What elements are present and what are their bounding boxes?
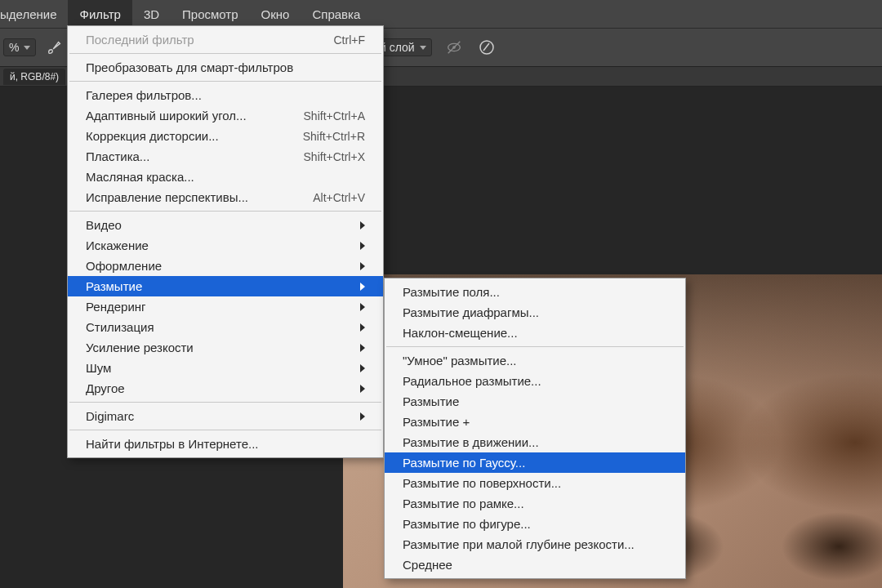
menu-item-oil-paint[interactable]: Масляная краска...	[68, 167, 383, 187]
chevron-right-icon	[360, 262, 365, 270]
menu-window[interactable]: Окно	[250, 0, 301, 28]
pressure-icon[interactable]	[476, 37, 497, 58]
menu-item-filter-gallery[interactable]: Галерея фильтров...	[68, 85, 383, 105]
menu-item-pixelate[interactable]: Оформление	[68, 256, 383, 276]
eye-strike-icon[interactable]	[443, 37, 465, 58]
menu-separator	[386, 346, 684, 347]
submenu-item-motion-blur[interactable]: Размытие в движении...	[385, 432, 685, 452]
menu-separator	[69, 53, 381, 54]
menu-separator	[69, 430, 381, 430]
submenu-item-smart-blur[interactable]: "Умное" размытие...	[385, 350, 685, 371]
chevron-right-icon	[360, 364, 365, 372]
menu-item-video[interactable]: Видео	[68, 215, 383, 235]
submenu-item-average[interactable]: Среднее	[385, 555, 685, 575]
menu-item-convert-smart[interactable]: Преобразовать для смарт-фильтров	[68, 57, 383, 78]
chevron-right-icon	[360, 242, 365, 250]
filter-menu: Последний фильтр Ctrl+F Преобразовать дл…	[67, 25, 384, 458]
menu-item-vanishing-point[interactable]: Исправление перспективы... Alt+Ctrl+V	[68, 187, 383, 207]
chevron-right-icon	[360, 385, 365, 393]
menu-item-lens-correction[interactable]: Коррекция дисторсии... Shift+Ctrl+R	[68, 126, 383, 146]
submenu-item-gaussian-blur[interactable]: Размытие по Гауссу...	[385, 452, 685, 473]
submenu-item-radial-blur[interactable]: Радиальное размытие...	[385, 371, 685, 391]
submenu-item-blur-more[interactable]: Размытие +	[385, 412, 685, 432]
chevron-right-icon	[360, 344, 365, 352]
chevron-right-icon	[360, 221, 365, 229]
blur-submenu: Размытие поля... Размытие диафрагмы... Н…	[384, 278, 686, 579]
menu-item-distort[interactable]: Искажение	[68, 235, 383, 256]
percent-label: %	[9, 41, 19, 54]
submenu-item-shape-blur[interactable]: Размытие по фигуре...	[385, 514, 685, 534]
menu-bar: ыделение Фильтр 3D Просмотр Окно Справка	[0, 0, 882, 28]
brush-icon[interactable]	[44, 37, 65, 58]
chevron-down-icon	[420, 46, 426, 50]
menu-selection[interactable]: ыделение	[0, 0, 68, 28]
menu-item-browse-online[interactable]: Найти фильтры в Интернете...	[68, 434, 383, 454]
submenu-item-box-blur[interactable]: Размытие по рамке...	[385, 493, 685, 514]
menu-item-noise[interactable]: Шум	[68, 358, 383, 378]
chevron-down-icon	[24, 46, 30, 50]
menu-separator	[69, 211, 381, 212]
submenu-item-field-blur[interactable]: Размытие поля...	[385, 282, 685, 302]
menu-item-sharpen[interactable]: Усиление резкости	[68, 337, 383, 358]
submenu-item-blur[interactable]: Размытие	[385, 391, 685, 412]
menu-item-last-filter[interactable]: Последний фильтр Ctrl+F	[68, 29, 383, 50]
zoom-percent-select[interactable]: %	[3, 38, 36, 56]
menu-separator	[69, 402, 381, 403]
chevron-right-icon	[360, 283, 365, 291]
menu-item-other[interactable]: Другое	[68, 378, 383, 399]
menu-filter[interactable]: Фильтр	[68, 0, 131, 28]
sample-layer-label: й слой	[380, 41, 415, 54]
menu-view[interactable]: Просмотр	[171, 0, 250, 28]
menu-3d[interactable]: 3D	[132, 0, 171, 28]
submenu-item-iris-blur[interactable]: Размытие диафрагмы...	[385, 302, 685, 323]
menu-item-render[interactable]: Рендеринг	[68, 296, 383, 317]
submenu-item-surface-blur[interactable]: Размытие по поверхности...	[385, 473, 685, 493]
document-tab[interactable]: й, RGB/8#)	[3, 69, 65, 85]
menu-item-adaptive-wide[interactable]: Адаптивный широкий угол... Shift+Ctrl+A	[68, 105, 383, 126]
menu-separator	[69, 81, 381, 82]
menu-item-liquify[interactable]: Пластика... Shift+Ctrl+X	[68, 146, 383, 167]
chevron-right-icon	[360, 412, 365, 421]
chevron-right-icon	[360, 303, 365, 311]
submenu-item-lens-blur[interactable]: Размытие при малой глубине резкости...	[385, 534, 685, 555]
menu-item-digimarc[interactable]: Digimarc	[68, 406, 383, 426]
menu-help[interactable]: Справка	[301, 0, 372, 28]
menu-item-blur[interactable]: Размытие	[68, 276, 383, 296]
menu-item-stylize[interactable]: Стилизация	[68, 317, 383, 337]
submenu-item-tilt-shift[interactable]: Наклон-смещение...	[385, 323, 685, 343]
chevron-right-icon	[360, 323, 365, 332]
